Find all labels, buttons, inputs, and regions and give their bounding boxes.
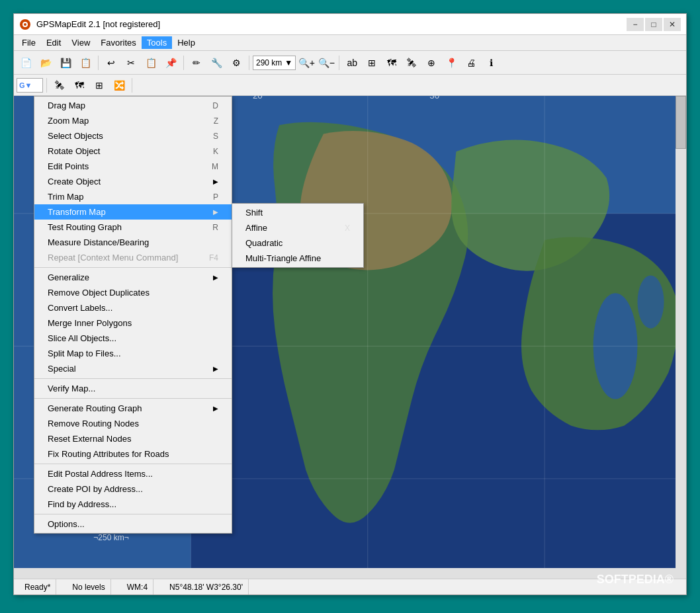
map-scrollbar-horizontal[interactable] bbox=[14, 568, 676, 579]
menu-generalize[interactable]: Generalize ▶ bbox=[34, 270, 232, 285]
toolbar-sep-3 bbox=[249, 56, 249, 70]
menu-repeat-context[interactable]: Repeat [Context Menu Command] F4 bbox=[34, 250, 232, 265]
close-button[interactable]: ✕ bbox=[664, 18, 681, 31]
edit-postal-label: Edit Postal Address Items... bbox=[48, 469, 153, 479]
menu-select-objects[interactable]: Select Objects S bbox=[34, 128, 232, 143]
map-toggle[interactable]: 🗺 bbox=[382, 54, 401, 71]
satellite-view-btn[interactable]: 🛰 bbox=[50, 77, 69, 94]
menu-slice-all[interactable]: Slice All Objects... bbox=[34, 331, 232, 346]
menu-edit[interactable]: Edit bbox=[41, 36, 66, 49]
trim-map-label: Trim Map bbox=[48, 192, 83, 202]
draw-button[interactable]: ✏ bbox=[187, 54, 206, 71]
generate-routing-label: Generate Routing Graph bbox=[48, 403, 142, 413]
menu-remove-routing-nodes[interactable]: Remove Routing Nodes bbox=[34, 416, 232, 431]
special-arrow: ▶ bbox=[213, 365, 218, 372]
test-routing-label: Test Routing Graph bbox=[48, 222, 122, 232]
scroll-thumb-v[interactable] bbox=[676, 96, 686, 149]
menu-find-address[interactable]: Find by Address... bbox=[34, 497, 232, 512]
tool-btn2[interactable]: 🔧 bbox=[207, 54, 226, 71]
titlebar: GPSMapEdit 2.1 [not registered] − □ ✕ bbox=[14, 14, 686, 35]
menu-merge-polygons[interactable]: Merge Inner Polygons bbox=[34, 315, 232, 331]
menu-create-poi[interactable]: Create POI by Address... bbox=[34, 481, 232, 497]
routing-btn[interactable]: 🔀 bbox=[110, 77, 128, 94]
open-button[interactable]: 📂 bbox=[36, 54, 55, 71]
zoom-dropdown[interactable]: 290 km ▼ bbox=[253, 56, 296, 70]
cut-button[interactable]: ✂ bbox=[122, 54, 140, 71]
menu-edit-postal[interactable]: Edit Postal Address Items... bbox=[34, 466, 232, 481]
main-toolbar: 📄 📂 💾 📋 ↩ ✂ 📋 📌 ✏ 🔧 ⚙ 290 km ▼ 🔍+ 🔍− ab … bbox=[14, 51, 686, 75]
menu-trim-map[interactable]: Trim Map P bbox=[34, 189, 232, 204]
label-toggle[interactable]: ab bbox=[343, 54, 361, 71]
svg-point-7 bbox=[637, 275, 664, 328]
svg-text:20°: 20° bbox=[253, 96, 266, 101]
split-map-label: Split Map to Files... bbox=[48, 348, 121, 358]
menu-fix-routing[interactable]: Fix Routing Attributes for Roads bbox=[34, 446, 232, 462]
generalize-label: Generalize bbox=[48, 272, 89, 282]
affine-shortcut: X bbox=[345, 224, 350, 233]
special-label: Special bbox=[48, 364, 76, 374]
paste-button[interactable]: 📌 bbox=[161, 54, 180, 71]
menu-edit-points[interactable]: Edit Points M bbox=[34, 159, 232, 174]
transform-map-label: Transform Map bbox=[48, 207, 106, 217]
menu-split-map[interactable]: Split Map to Files... bbox=[34, 346, 232, 361]
google-btn[interactable]: G▼ bbox=[17, 78, 43, 93]
menu-drag-map[interactable]: Drag Map D bbox=[34, 98, 232, 113]
print-btn[interactable]: 🖨 bbox=[462, 54, 480, 71]
hybrid-view-btn[interactable]: ⊞ bbox=[90, 77, 109, 94]
map-view-btn[interactable]: 🗺 bbox=[70, 77, 89, 94]
menu-remove-duplicates[interactable]: Remove Object Duplicates bbox=[34, 285, 232, 300]
softpedia-watermark: SOFTPEDIA® bbox=[597, 573, 674, 587]
zoom-in-button[interactable]: 🔍+ bbox=[297, 54, 316, 71]
maximize-button[interactable]: □ bbox=[645, 18, 662, 31]
menu-test-routing[interactable]: Test Routing Graph R bbox=[34, 220, 232, 235]
drag-map-shortcut: D bbox=[212, 101, 218, 110]
menu-options[interactable]: Options... bbox=[34, 516, 232, 532]
info-btn[interactable]: ℹ bbox=[482, 54, 500, 71]
measure-distance-label: Measure Distance/Bearing bbox=[48, 237, 149, 247]
menu-reset-external-nodes[interactable]: Reset External Nodes bbox=[34, 431, 232, 446]
menu-rotate-object[interactable]: Rotate Object K bbox=[34, 143, 232, 159]
menu-file[interactable]: File bbox=[17, 36, 41, 49]
pin-btn[interactable]: 📍 bbox=[442, 54, 460, 71]
new-button[interactable]: 📄 bbox=[17, 54, 35, 71]
menu-special[interactable]: Special ▶ bbox=[34, 361, 232, 376]
undo-button[interactable]: ↩ bbox=[102, 54, 120, 71]
zoom-value: 290 km bbox=[256, 58, 282, 67]
app-icon bbox=[19, 19, 31, 30]
menu-help[interactable]: Help bbox=[172, 36, 200, 49]
copy-button[interactable]: 📋 bbox=[142, 54, 160, 71]
menu-generate-routing[interactable]: Generate Routing Graph ▶ bbox=[34, 401, 232, 416]
main-window: GPSMapEdit 2.1 [not registered] − □ ✕ Fi… bbox=[13, 13, 687, 595]
menu-tools[interactable]: Tools bbox=[142, 36, 172, 49]
grid-toggle[interactable]: ⊞ bbox=[363, 54, 381, 71]
toolbar-sep-1 bbox=[98, 56, 99, 70]
select-objects-shortcut: S bbox=[213, 132, 218, 141]
satellite-toggle[interactable]: 🛰 bbox=[402, 54, 421, 71]
rotate-object-label: Rotate Object bbox=[48, 146, 101, 156]
submenu-multi-triangle[interactable]: Multi-Triangle Affine bbox=[232, 251, 363, 266]
zoom-out-button[interactable]: 🔍− bbox=[317, 54, 335, 71]
menu-view[interactable]: View bbox=[66, 36, 95, 49]
reset-external-nodes-label: Reset External Nodes bbox=[48, 434, 131, 444]
submenu-affine[interactable]: Affine X bbox=[232, 220, 363, 235]
menu-transform-map[interactable]: Transform Map ▶ Shift Affine X Quadratic bbox=[34, 204, 232, 220]
status-ready-text: Ready* bbox=[24, 583, 50, 592]
map-scrollbar-vertical[interactable] bbox=[676, 96, 686, 568]
menu-zoom-map[interactable]: Zoom Map Z bbox=[34, 113, 232, 128]
zoom-map-label: Zoom Map bbox=[48, 116, 89, 126]
save-button[interactable]: 💾 bbox=[56, 54, 75, 71]
menu-create-object[interactable]: Create Object ▶ bbox=[34, 174, 232, 189]
test-routing-shortcut: R bbox=[212, 223, 218, 232]
tool-btn3[interactable]: ⚙ bbox=[227, 54, 245, 71]
menu-verify-map[interactable]: Verify Map... bbox=[34, 381, 232, 396]
submenu-quadratic[interactable]: Quadratic bbox=[232, 235, 363, 251]
menu-measure-distance[interactable]: Measure Distance/Bearing bbox=[34, 235, 232, 250]
save-as-button[interactable]: 📋 bbox=[76, 54, 95, 71]
menu-convert-labels[interactable]: Convert Labels... bbox=[34, 300, 232, 315]
sep-routing bbox=[34, 398, 232, 399]
map-panel[interactable]: 8° 8° 20° 20° 30° ¬250 km¬ Drag Map D bbox=[14, 96, 686, 579]
layer-btn[interactable]: ⊕ bbox=[422, 54, 441, 71]
submenu-shift[interactable]: Shift bbox=[232, 205, 363, 220]
menu-favorites[interactable]: Favorites bbox=[95, 36, 141, 49]
minimize-button[interactable]: − bbox=[627, 18, 644, 31]
